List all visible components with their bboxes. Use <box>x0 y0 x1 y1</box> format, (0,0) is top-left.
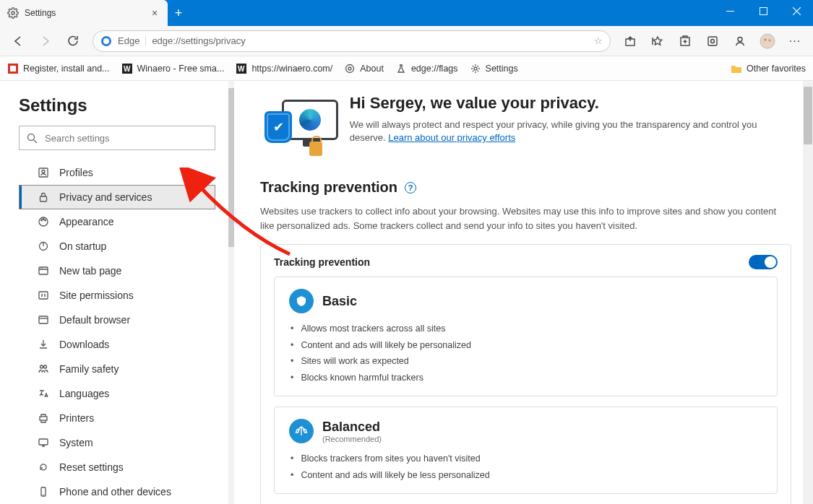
favorites-button[interactable] <box>645 30 670 53</box>
lock-icon <box>37 191 49 204</box>
search-input[interactable]: Search settings <box>19 126 215 150</box>
toggle-label: Tracking prevention <box>274 256 370 268</box>
svg-rect-37 <box>40 417 47 420</box>
sidebar-item-downloads[interactable]: Downloads <box>19 332 215 357</box>
search-placeholder: Search settings <box>45 133 110 144</box>
scrollbar-thumb[interactable] <box>804 87 812 144</box>
section-title-text: Tracking prevention <box>260 179 397 196</box>
settings-sidebar: Settings Search settings Profiles Privac… <box>0 81 238 504</box>
content-area: Settings Search settings Profiles Privac… <box>0 81 813 504</box>
favicon-icon <box>7 63 19 74</box>
bookmark-item[interactable]: Register, install and... <box>7 63 110 74</box>
bookmark-item[interactable]: About <box>344 63 384 74</box>
close-window-button[interactable] <box>780 0 813 22</box>
back-button[interactable] <box>6 30 30 53</box>
favorite-star-icon[interactable]: ☆ <box>594 35 603 46</box>
tracking-level-balanced[interactable]: Balanced (Recommended) Blocks trackers f… <box>274 407 778 494</box>
menu-button[interactable]: ··· <box>783 30 807 53</box>
avatar-button[interactable] <box>755 30 780 53</box>
sidebar-item-label: On startup <box>59 240 106 252</box>
addr-url: edge://settings/privacy <box>152 35 588 46</box>
close-icon[interactable]: × <box>149 7 160 19</box>
sidebar-item-permissions[interactable]: Site permissions <box>19 283 215 308</box>
svg-text:W: W <box>238 65 245 73</box>
bookmark-item[interactable]: Whttps://winaero.com/ <box>236 63 332 74</box>
section-title: Tracking prevention ? <box>260 179 791 196</box>
hero-title: Hi Sergey, we value your privacy. <box>350 94 791 113</box>
favicon-icon: W <box>121 63 133 74</box>
favicon-icon: W <box>236 63 247 74</box>
refresh-button[interactable] <box>61 30 85 53</box>
new-tab-button[interactable]: + <box>168 0 189 26</box>
printer-icon <box>37 412 49 425</box>
sidebar-item-startup[interactable]: On startup <box>19 234 215 258</box>
bullet: Content and ads will likely be less pers… <box>291 467 762 484</box>
share-button[interactable] <box>618 30 642 53</box>
svg-point-0 <box>12 12 14 14</box>
sidebar-item-newtab[interactable]: New tab page <box>19 258 215 283</box>
level-title: Balanced <box>322 420 382 435</box>
bookmark-item[interactable]: WWinaero - Free sma... <box>121 63 225 74</box>
bookmark-label: edge://flags <box>411 64 458 74</box>
edge-logo-icon <box>100 35 112 47</box>
svg-point-9 <box>738 37 742 41</box>
scrollbar-thumb[interactable] <box>228 88 234 247</box>
bullet: Allows most trackers across all sites <box>291 321 762 337</box>
forward-button[interactable] <box>33 30 58 53</box>
svg-point-8 <box>711 39 715 43</box>
sidebar-item-default[interactable]: Default browser <box>19 308 215 332</box>
gear-icon <box>344 63 356 74</box>
svg-rect-34 <box>39 316 48 323</box>
bookmark-item[interactable]: edge://flags <box>395 63 458 74</box>
sidebar-item-label: Languages <box>59 388 109 399</box>
sidebar-scrollbar[interactable] <box>228 81 234 504</box>
address-bar[interactable]: Edge edge://settings/privacy ☆ <box>93 30 611 52</box>
extension-button[interactable] <box>700 30 725 53</box>
gear-icon <box>470 63 481 74</box>
privacy-hero: ✔ Hi Sergey, we value your privacy. We w… <box>260 94 791 159</box>
other-favorites[interactable]: Other favorites <box>731 63 806 74</box>
sidebar-item-label: New tab page <box>59 265 121 277</box>
minimize-button[interactable] <box>713 0 747 22</box>
sidebar-item-label: Privacy and services <box>59 191 152 203</box>
reset-icon <box>37 461 49 474</box>
maximize-button[interactable] <box>747 0 780 22</box>
permissions-icon <box>37 290 49 302</box>
browser-tab[interactable]: Settings × <box>0 0 168 26</box>
hero-link[interactable]: Learn about our privacy efforts <box>388 132 515 143</box>
bullet: Blocks trackers from sites you haven't v… <box>291 451 762 467</box>
tracking-toggle[interactable] <box>749 255 778 269</box>
sidebar-item-system[interactable]: System <box>19 430 215 455</box>
download-icon <box>37 339 49 351</box>
main-scrollbar[interactable] <box>803 81 813 504</box>
svg-point-29 <box>43 219 44 220</box>
bookmark-item[interactable]: Settings <box>470 63 518 74</box>
language-icon <box>37 388 49 400</box>
sidebar-item-privacy[interactable]: Privacy and services <box>19 185 215 209</box>
help-icon[interactable]: ? <box>405 182 416 194</box>
tab-title: Settings <box>25 8 143 18</box>
svg-point-12 <box>765 38 767 40</box>
collections-button[interactable] <box>673 30 697 53</box>
sidebar-item-languages[interactable]: Languages <box>19 381 215 406</box>
svg-point-25 <box>42 170 45 173</box>
addr-label: Edge <box>118 35 146 46</box>
svg-rect-38 <box>39 439 48 445</box>
sidebar-item-family[interactable]: Family safety <box>19 357 215 381</box>
sidebar-item-label: Reset settings <box>59 461 124 473</box>
sidebar-item-reset[interactable]: Reset settings <box>19 455 215 479</box>
profile-button[interactable] <box>728 30 752 53</box>
sidebar-item-label: Printers <box>59 412 94 424</box>
svg-point-4 <box>103 38 109 44</box>
svg-point-30 <box>44 220 46 221</box>
sidebar-item-printers[interactable]: Printers <box>19 406 215 430</box>
svg-rect-33 <box>39 292 48 299</box>
tracking-level-basic[interactable]: Basic Allows most trackers across all si… <box>274 277 778 396</box>
bookmark-label: Other favorites <box>747 64 806 74</box>
svg-point-13 <box>768 39 771 42</box>
sidebar-item-phone[interactable]: Phone and other devices <box>19 479 215 504</box>
sidebar-item-profiles[interactable]: Profiles <box>19 160 215 185</box>
sidebar-item-appearance[interactable]: Appearance <box>19 209 215 234</box>
browser-toolbar: Edge edge://settings/privacy ☆ ··· <box>0 26 813 56</box>
window-controls <box>713 0 813 22</box>
